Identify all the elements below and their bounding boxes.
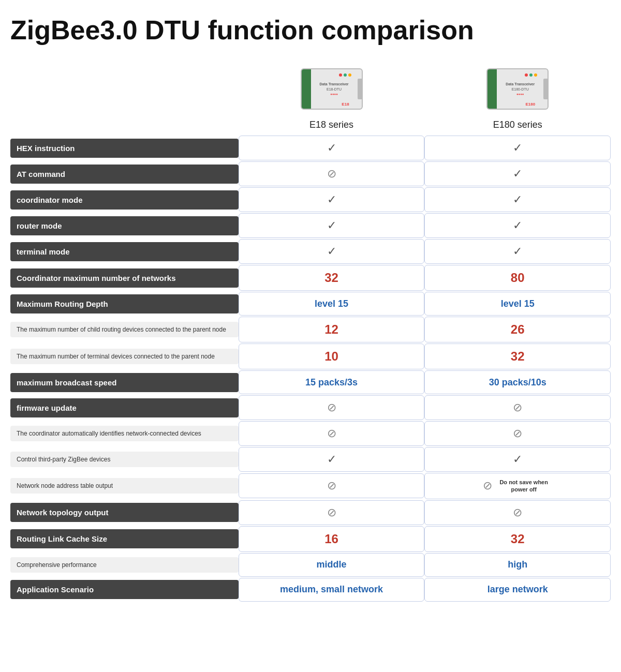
- row-label-11: The coordinator automatically identifies…: [10, 426, 239, 441]
- row-label-12: Control third-party ZigBee devices: [10, 452, 239, 467]
- table-row: The coordinator automatically identifies…: [10, 421, 611, 446]
- product-e18-name: E18 series: [309, 120, 353, 130]
- table-row: coordinator mode✓✓: [10, 187, 611, 212]
- e180-value-4: ✓: [424, 239, 611, 264]
- e180-value-6: level 15: [424, 292, 611, 316]
- e18-value-0: ✓: [239, 136, 425, 160]
- e180-value-3: ✓: [424, 213, 611, 238]
- row-label-0: HEX instruction: [10, 139, 239, 158]
- e180-value-2: ✓: [424, 187, 611, 212]
- e180-value-8: 32: [424, 344, 611, 369]
- table-row: AT command⊘✓: [10, 161, 611, 186]
- e180-value-11: ⊘: [424, 421, 611, 446]
- e180-value-12: ✓: [424, 447, 611, 472]
- e18-value-12: ✓: [239, 447, 425, 472]
- e180-value-7: 26: [424, 317, 611, 342]
- row-label-4: terminal mode: [10, 242, 239, 261]
- row-label-17: Application Scenario: [10, 580, 239, 599]
- table-row: terminal mode✓✓: [10, 239, 611, 264]
- table-row: The maximum number of child routing devi…: [10, 317, 611, 342]
- table-row: Control third-party ZigBee devices✓✓: [10, 447, 611, 472]
- product-e180-header: Data Transceiver E180-DTU ●●●● E180 E180…: [428, 66, 607, 130]
- table-row: maximum broadcast speed15 packs/3s30 pac…: [10, 370, 611, 394]
- row-label-13: Network node address table output: [10, 478, 239, 494]
- e18-value-9: 15 packs/3s: [239, 370, 425, 394]
- row-label-1: AT command: [10, 165, 239, 184]
- e18-value-3: ✓: [239, 213, 425, 238]
- row-label-2: coordinator mode: [10, 190, 239, 210]
- e180-value-13: ⊘Do not save when power off: [424, 473, 611, 499]
- e180-value-9: 30 packs/10s: [424, 370, 611, 394]
- e18-value-1: ⊘: [239, 161, 425, 186]
- table-row: Maximum Routing Depthlevel 15level 15: [10, 292, 611, 316]
- e180-value-14: ⊘: [424, 500, 611, 525]
- row-label-7: The maximum number of child routing devi…: [10, 322, 239, 337]
- row-label-9: maximum broadcast speed: [10, 373, 239, 392]
- row-label-15: Routing Link Cache Size: [10, 529, 239, 548]
- product-e180-name: E180 series: [493, 120, 542, 130]
- row-label-14: Network topology output: [10, 503, 239, 522]
- e180-value-1: ✓: [424, 161, 611, 186]
- table-row: router mode✓✓: [10, 213, 611, 238]
- e18-value-16: middle: [239, 553, 425, 577]
- row-label-3: router mode: [10, 216, 239, 235]
- e180-value-5: 80: [424, 265, 611, 291]
- product-e18-header: Data Transceiver E18-DTU ●●●● E18 E18 se…: [243, 66, 421, 130]
- e18-value-4: ✓: [239, 239, 425, 264]
- e18-value-7: 12: [239, 317, 425, 342]
- e18-value-2: ✓: [239, 187, 425, 212]
- e18-value-8: 10: [239, 344, 425, 369]
- table-row: Network topology output⊘⊘: [10, 500, 611, 525]
- row-label-5: Coordinator maximum number of networks: [10, 268, 239, 288]
- table-row: Routing Link Cache Size1632: [10, 526, 611, 552]
- table-row: The maximum number of terminal devices c…: [10, 344, 611, 369]
- table-row: HEX instruction✓✓: [10, 136, 611, 160]
- table-row: Network node address table output⊘⊘Do no…: [10, 473, 611, 499]
- table-row: firmware update⊘⊘: [10, 395, 611, 420]
- e18-value-17: medium, small network: [239, 578, 425, 602]
- table-row: Coordinator maximum number of networks32…: [10, 265, 611, 291]
- table-row: Comprehensive performancemiddlehigh: [10, 553, 611, 577]
- e18-value-11: ⊘: [239, 421, 425, 446]
- header-row: Data Transceiver E18-DTU ●●●● E18 E18 se…: [10, 61, 611, 136]
- row-label-8: The maximum number of terminal devices c…: [10, 349, 239, 364]
- e18-value-5: 32: [239, 265, 425, 291]
- e18-value-6: level 15: [239, 292, 425, 316]
- e180-value-16: high: [424, 553, 611, 577]
- table-row: Application Scenariomedium, small networ…: [10, 578, 611, 602]
- e18-value-15: 16: [239, 526, 425, 552]
- e18-value-14: ⊘: [239, 500, 425, 525]
- row-label-10: firmware update: [10, 398, 239, 417]
- e18-value-10: ⊘: [239, 395, 425, 420]
- e18-value-13: ⊘: [239, 473, 425, 498]
- row-label-6: Maximum Routing Depth: [10, 294, 239, 313]
- e180-value-17: large network: [424, 578, 611, 602]
- page-title: ZigBee3.0 DTU function comparison: [10, 16, 611, 45]
- row-label-16: Comprehensive performance: [10, 557, 239, 573]
- e180-value-0: ✓: [424, 136, 611, 160]
- e180-value-10: ⊘: [424, 395, 611, 420]
- e180-value-15: 32: [424, 526, 611, 552]
